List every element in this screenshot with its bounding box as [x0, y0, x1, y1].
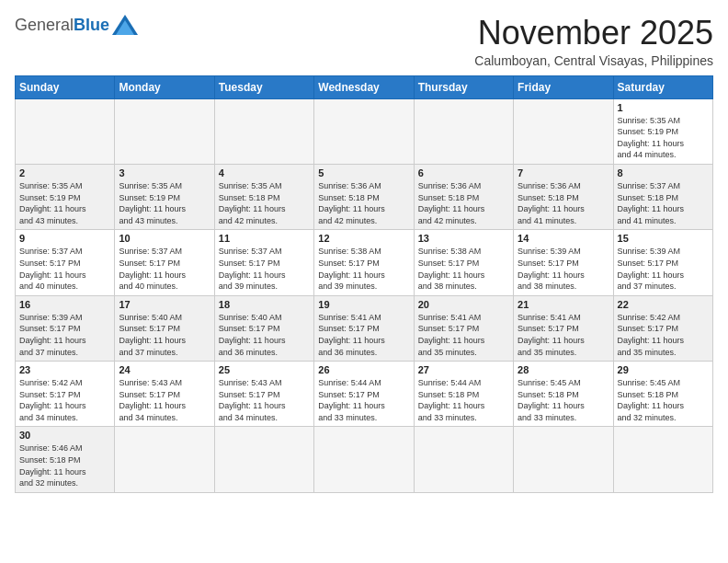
day-info: Sunrise: 5:36 AM Sunset: 5:18 PM Dayligh… — [318, 180, 409, 226]
calendar-cell: 25Sunrise: 5:43 AM Sunset: 5:17 PM Dayli… — [214, 362, 313, 427]
calendar-cell — [214, 98, 313, 164]
calendar-cell: 2Sunrise: 5:35 AM Sunset: 5:19 PM Daylig… — [16, 164, 115, 229]
calendar-cell — [314, 427, 414, 492]
calendar-week-row: 1Sunrise: 5:35 AM Sunset: 5:19 PM Daylig… — [16, 98, 713, 164]
day-info: Sunrise: 5:36 AM Sunset: 5:18 PM Dayligh… — [418, 180, 509, 226]
calendar-cell: 13Sunrise: 5:38 AM Sunset: 5:17 PM Dayli… — [414, 230, 513, 295]
day-number: 27 — [418, 364, 509, 375]
day-header-saturday: Saturday — [613, 75, 712, 98]
calendar-cell: 24Sunrise: 5:43 AM Sunset: 5:17 PM Dayli… — [115, 362, 214, 427]
day-number: 23 — [19, 364, 110, 375]
day-header-tuesday: Tuesday — [214, 75, 313, 98]
calendar-cell — [16, 98, 115, 164]
calendar-cell: 23Sunrise: 5:42 AM Sunset: 5:17 PM Dayli… — [16, 362, 115, 427]
day-info: Sunrise: 5:41 AM Sunset: 5:17 PM Dayligh… — [418, 312, 509, 358]
calendar-cell: 18Sunrise: 5:40 AM Sunset: 5:17 PM Dayli… — [214, 295, 313, 361]
calendar-cell: 29Sunrise: 5:45 AM Sunset: 5:18 PM Dayli… — [613, 362, 712, 427]
day-number: 8 — [618, 167, 709, 178]
calendar-cell: 5Sunrise: 5:36 AM Sunset: 5:18 PM Daylig… — [314, 164, 414, 229]
day-info: Sunrise: 5:37 AM Sunset: 5:17 PM Dayligh… — [119, 246, 210, 292]
calendar-cell: 6Sunrise: 5:36 AM Sunset: 5:18 PM Daylig… — [414, 164, 513, 229]
day-info: Sunrise: 5:38 AM Sunset: 5:17 PM Dayligh… — [318, 246, 409, 292]
calendar-cell — [314, 98, 414, 164]
day-number: 10 — [119, 233, 210, 244]
day-info: Sunrise: 5:42 AM Sunset: 5:17 PM Dayligh… — [19, 377, 110, 423]
day-info: Sunrise: 5:35 AM Sunset: 5:19 PM Dayligh… — [119, 180, 210, 226]
calendar-cell: 27Sunrise: 5:44 AM Sunset: 5:18 PM Dayli… — [414, 362, 513, 427]
calendar-cell: 10Sunrise: 5:37 AM Sunset: 5:17 PM Dayli… — [115, 230, 214, 295]
calendar-cell: 14Sunrise: 5:39 AM Sunset: 5:17 PM Dayli… — [514, 230, 613, 295]
day-number: 18 — [219, 299, 310, 310]
day-info: Sunrise: 5:37 AM Sunset: 5:17 PM Dayligh… — [19, 246, 110, 292]
day-number: 6 — [418, 167, 509, 178]
day-info: Sunrise: 5:38 AM Sunset: 5:17 PM Dayligh… — [418, 246, 509, 292]
calendar-cell: 4Sunrise: 5:35 AM Sunset: 5:18 PM Daylig… — [214, 164, 313, 229]
calendar-week-row: 16Sunrise: 5:39 AM Sunset: 5:17 PM Dayli… — [16, 295, 713, 361]
calendar-cell — [414, 427, 513, 492]
header: General Blue November 2025 Calumboyan, C… — [15, 15, 713, 68]
day-number: 25 — [219, 364, 310, 375]
day-number: 11 — [219, 233, 310, 244]
day-info: Sunrise: 5:43 AM Sunset: 5:17 PM Dayligh… — [119, 377, 210, 423]
day-header-monday: Monday — [115, 75, 214, 98]
day-number: 17 — [119, 299, 210, 310]
day-number: 1 — [618, 102, 709, 113]
day-header-sunday: Sunday — [16, 75, 115, 98]
day-info: Sunrise: 5:44 AM Sunset: 5:18 PM Dayligh… — [418, 377, 509, 423]
calendar-cell — [514, 427, 613, 492]
logo-area: General Blue — [15, 15, 138, 35]
calendar-cell — [115, 427, 214, 492]
day-info: Sunrise: 5:40 AM Sunset: 5:17 PM Dayligh… — [219, 312, 310, 358]
day-number: 13 — [418, 233, 509, 244]
day-header-thursday: Thursday — [414, 75, 513, 98]
day-number: 22 — [618, 299, 709, 310]
day-info: Sunrise: 5:35 AM Sunset: 5:19 PM Dayligh… — [19, 180, 110, 226]
day-info: Sunrise: 5:39 AM Sunset: 5:17 PM Dayligh… — [19, 312, 110, 358]
calendar-cell: 7Sunrise: 5:36 AM Sunset: 5:18 PM Daylig… — [514, 164, 613, 229]
day-number: 15 — [618, 233, 709, 244]
day-info: Sunrise: 5:45 AM Sunset: 5:18 PM Dayligh… — [518, 377, 609, 423]
day-number: 20 — [418, 299, 509, 310]
day-number: 21 — [518, 299, 609, 310]
calendar-cell: 30Sunrise: 5:46 AM Sunset: 5:18 PM Dayli… — [16, 427, 115, 492]
calendar-cell: 21Sunrise: 5:41 AM Sunset: 5:17 PM Dayli… — [514, 295, 613, 361]
calendar-cell — [414, 98, 513, 164]
calendar-week-row: 9Sunrise: 5:37 AM Sunset: 5:17 PM Daylig… — [16, 230, 713, 295]
day-number: 9 — [19, 233, 110, 244]
day-number: 7 — [518, 167, 609, 178]
calendar-cell: 1Sunrise: 5:35 AM Sunset: 5:19 PM Daylig… — [613, 98, 712, 164]
logo-general-text: General — [15, 16, 74, 35]
calendar-cell: 3Sunrise: 5:35 AM Sunset: 5:19 PM Daylig… — [115, 164, 214, 229]
title-area: November 2025 Calumboyan, Central Visaya… — [474, 15, 713, 68]
calendar-cell — [613, 427, 712, 492]
calendar-table: SundayMondayTuesdayWednesdayThursdayFrid… — [15, 75, 713, 493]
day-info: Sunrise: 5:42 AM Sunset: 5:17 PM Dayligh… — [618, 312, 709, 358]
day-number: 29 — [618, 364, 709, 375]
calendar-cell: 17Sunrise: 5:40 AM Sunset: 5:17 PM Dayli… — [115, 295, 214, 361]
day-number: 14 — [518, 233, 609, 244]
calendar-cell: 22Sunrise: 5:42 AM Sunset: 5:17 PM Dayli… — [613, 295, 712, 361]
calendar-cell: 9Sunrise: 5:37 AM Sunset: 5:17 PM Daylig… — [16, 230, 115, 295]
day-number: 4 — [219, 167, 310, 178]
day-info: Sunrise: 5:39 AM Sunset: 5:17 PM Dayligh… — [518, 246, 609, 292]
day-info: Sunrise: 5:39 AM Sunset: 5:17 PM Dayligh… — [618, 246, 709, 292]
day-info: Sunrise: 5:35 AM Sunset: 5:19 PM Dayligh… — [618, 115, 709, 161]
day-info: Sunrise: 5:41 AM Sunset: 5:17 PM Dayligh… — [518, 312, 609, 358]
day-number: 24 — [119, 364, 210, 375]
calendar-cell: 26Sunrise: 5:44 AM Sunset: 5:17 PM Dayli… — [314, 362, 414, 427]
calendar-week-row: 23Sunrise: 5:42 AM Sunset: 5:17 PM Dayli… — [16, 362, 713, 427]
logo-icon — [112, 15, 138, 35]
calendar-cell: 16Sunrise: 5:39 AM Sunset: 5:17 PM Dayli… — [16, 295, 115, 361]
calendar-cell: 11Sunrise: 5:37 AM Sunset: 5:17 PM Dayli… — [214, 230, 313, 295]
calendar-cell: 28Sunrise: 5:45 AM Sunset: 5:18 PM Dayli… — [514, 362, 613, 427]
day-number: 3 — [119, 167, 210, 178]
calendar-cell — [514, 98, 613, 164]
month-title: November 2025 — [474, 15, 713, 52]
day-number: 12 — [318, 233, 409, 244]
calendar-cell: 15Sunrise: 5:39 AM Sunset: 5:17 PM Dayli… — [613, 230, 712, 295]
day-number: 16 — [19, 299, 110, 310]
calendar-cell: 19Sunrise: 5:41 AM Sunset: 5:17 PM Dayli… — [314, 295, 414, 361]
calendar-cell — [214, 427, 313, 492]
day-info: Sunrise: 5:45 AM Sunset: 5:18 PM Dayligh… — [618, 377, 709, 423]
day-info: Sunrise: 5:40 AM Sunset: 5:17 PM Dayligh… — [119, 312, 210, 358]
